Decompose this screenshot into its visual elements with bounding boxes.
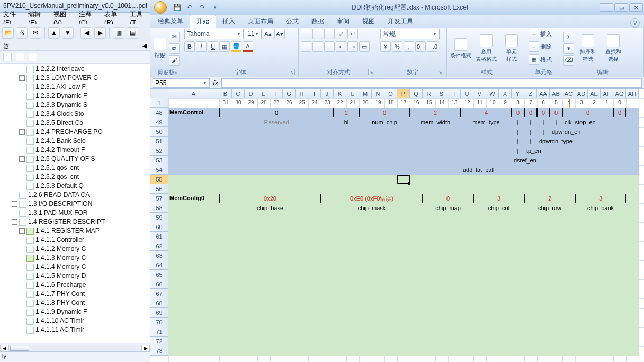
- tree-node[interactable]: 1.4.1.11 AC Timir: [2, 325, 150, 334]
- row-header[interactable]: 71: [150, 327, 168, 337]
- ribbon-tab[interactable]: 审阅: [330, 15, 356, 28]
- tree-node[interactable]: 1.3.1 PAD MUX FOR: [2, 209, 150, 218]
- ribbon-tab[interactable]: 插入: [216, 15, 241, 28]
- align-right-icon[interactable]: ≡: [324, 41, 335, 52]
- copy-icon[interactable]: ⧉: [169, 43, 180, 54]
- border-button[interactable]: ▦: [219, 41, 230, 52]
- column-header[interactable]: O: [384, 89, 397, 98]
- pdf-hscroll[interactable]: ◀ ▶: [0, 343, 150, 352]
- dec-decimal-icon[interactable]: →.0: [427, 41, 437, 52]
- indent-dec-icon[interactable]: ⇤: [336, 41, 346, 52]
- column-header[interactable]: V: [473, 89, 486, 98]
- tree-node[interactable]: 1.4.1.8 PHY Cont: [2, 298, 150, 307]
- collapse-icon[interactable]: ◀: [142, 42, 147, 49]
- row-header[interactable]: 53: [150, 156, 168, 165]
- tree-node[interactable]: 1.2.5.2 qos_cnt_: [2, 173, 150, 182]
- tree-node[interactable]: 1.4.1.9 Dynamic F: [2, 307, 150, 316]
- tree-node[interactable]: 1.2.3.2 Dynamic F: [2, 92, 150, 101]
- row-header[interactable]: 56: [150, 184, 168, 194]
- column-header[interactable]: R: [423, 89, 435, 98]
- cut-icon[interactable]: ✂: [169, 32, 180, 42]
- column-header[interactable]: U: [461, 89, 473, 98]
- name-box[interactable]: P55▼: [153, 78, 210, 88]
- tree-node[interactable]: 1.2.3.4 Clock Sto: [2, 110, 150, 119]
- cell-style-button[interactable]: 单元 样式: [500, 33, 523, 65]
- format-button[interactable]: ▦格式: [529, 54, 552, 65]
- column-header[interactable]: AA: [537, 89, 550, 98]
- row-header[interactable]: 58: [150, 203, 168, 213]
- tree-node[interactable]: 1.2.3.1 AXI Low F: [2, 83, 150, 92]
- column-header[interactable]: AF: [601, 89, 613, 98]
- row-header[interactable]: 52: [150, 146, 168, 156]
- wrap-text-button[interactable]: ↵: [347, 29, 358, 39]
- column-header[interactable]: P: [397, 89, 410, 98]
- column-header[interactable]: W: [486, 89, 499, 98]
- close-button[interactable]: ✕: [629, 3, 643, 12]
- row-header[interactable]: 48: [150, 108, 168, 117]
- help-icon[interactable]: ?: [630, 18, 640, 28]
- column-header[interactable]: M: [359, 89, 372, 98]
- row-header[interactable]: 69: [150, 308, 168, 318]
- orientation-icon[interactable]: ⤢: [336, 29, 346, 39]
- autosum-icon[interactable]: Σ: [564, 32, 574, 42]
- tree-node[interactable]: 1.2.5.1 qos_cnt: [2, 164, 150, 173]
- align-top-icon[interactable]: ≡: [301, 29, 311, 39]
- clipboard-dialog-icon[interactable]: ↘: [172, 69, 178, 75]
- redo-icon[interactable]: ↷: [197, 2, 208, 13]
- column-header[interactable]: L: [346, 89, 359, 98]
- italic-button[interactable]: I: [196, 41, 207, 52]
- insert-button[interactable]: ＋插入: [529, 29, 552, 39]
- tool2-icon[interactable]: ▤: [127, 27, 138, 39]
- tree-node[interactable]: 1.2.4.2 Timeout F: [2, 146, 150, 155]
- table-format-button[interactable]: 套用 表格格式: [475, 33, 498, 65]
- cond-format-button[interactable]: 条件格式: [449, 33, 472, 65]
- qat-dropdown-icon[interactable]: ▼: [210, 2, 220, 13]
- back-icon[interactable]: ◀: [80, 27, 92, 39]
- align-dialog-icon[interactable]: ↘: [368, 69, 374, 75]
- number-format-combo[interactable]: 常规▼: [380, 29, 440, 39]
- tree-node[interactable]: 1.2.4.1 Bank Sele: [2, 137, 150, 146]
- pdf-menubar[interactable]: 文件(F)编辑(E)视图(V)注释(C)表单(R)工具(T: [0, 13, 150, 24]
- font-dialog-icon[interactable]: ↘: [289, 69, 295, 75]
- tree-node[interactable]: 1.2.5.3 Default Q: [2, 182, 150, 191]
- number-dialog-icon[interactable]: ↘: [437, 69, 443, 75]
- fill-color-button[interactable]: 🪣: [231, 41, 241, 52]
- column-header[interactable]: AD: [575, 89, 588, 98]
- currency-icon[interactable]: ¥: [380, 41, 391, 52]
- column-header[interactable]: N: [372, 89, 384, 98]
- tree-node[interactable]: 1.2.6 READ DATA CA: [2, 191, 150, 200]
- tree-node[interactable]: 1.4.1.6 Precharge: [2, 280, 150, 289]
- row-header[interactable]: 51: [150, 137, 168, 146]
- column-header[interactable]: A: [168, 89, 219, 98]
- tree-node[interactable]: 1.2.2.2 Interleave: [2, 65, 150, 74]
- font-size-combo[interactable]: 11▼: [245, 29, 262, 39]
- tree-node[interactable]: 1.2.3.5 Direct Co: [2, 119, 150, 128]
- font-name-combo[interactable]: Tahoma▼: [184, 29, 244, 39]
- tree-node[interactable]: -1.3 I/O DESCRIPTION: [2, 200, 150, 209]
- office-button[interactable]: [150, 0, 171, 15]
- bm-icon1[interactable]: [3, 53, 12, 61]
- tree-node[interactable]: -1.2.5 QUALITY OF S: [2, 155, 150, 164]
- shrink-font-icon[interactable]: A▾: [274, 29, 285, 39]
- tree-node[interactable]: 1.4.1.1 Controller: [2, 236, 150, 245]
- align-left-icon[interactable]: ≡: [301, 41, 311, 52]
- minimize-button[interactable]: —: [600, 3, 613, 12]
- column-header[interactable]: X: [499, 89, 512, 98]
- find-select-button[interactable]: 查找和 选择: [602, 33, 625, 65]
- tree-node[interactable]: 1.2.3.3 Dynamic S: [2, 101, 150, 110]
- fwd-icon[interactable]: ▶: [94, 27, 106, 39]
- row-header[interactable]: 49: [150, 117, 168, 127]
- tree-node[interactable]: -1.4.1 REGISTER MAP: [2, 227, 150, 236]
- column-header[interactable]: I: [308, 89, 321, 98]
- percent-icon[interactable]: %: [392, 41, 402, 52]
- row-header[interactable]: 70: [150, 318, 168, 327]
- bm-icon3[interactable]: [29, 53, 37, 61]
- prev-icon[interactable]: ▲: [48, 27, 60, 39]
- column-header[interactable]: AE: [588, 89, 601, 98]
- row-header[interactable]: 61: [150, 232, 168, 241]
- clear-icon[interactable]: ⌫: [564, 55, 574, 66]
- tree-node[interactable]: 1.4.1.7 PHY Cont: [2, 289, 150, 298]
- row-header[interactable]: 66: [150, 279, 168, 289]
- bold-button[interactable]: B: [184, 41, 195, 52]
- row-header[interactable]: 54: [150, 165, 168, 175]
